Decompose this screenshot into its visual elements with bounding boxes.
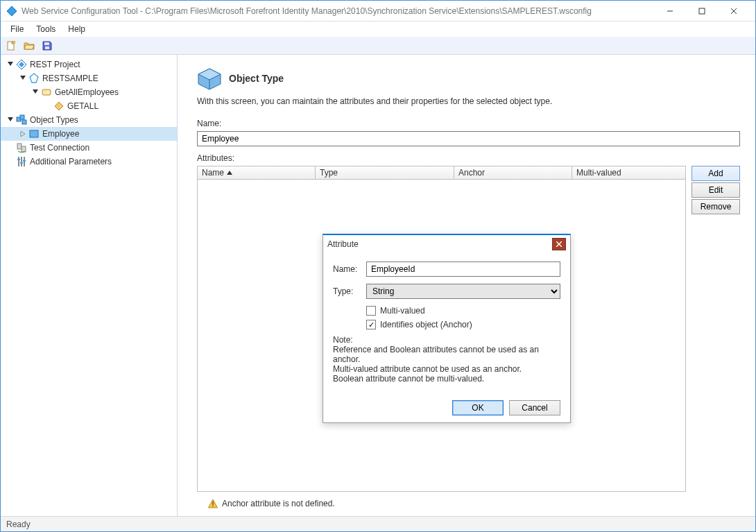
- svg-rect-21: [22, 120, 26, 124]
- resource-icon: [41, 87, 52, 98]
- grid-header: Name Type Anchor Multi-valued: [197, 166, 686, 180]
- tree-label: RESTSAMPLE: [42, 74, 98, 83]
- svg-point-7: [12, 41, 15, 44]
- attributes-label: Attributes:: [197, 153, 740, 163]
- grid-side-buttons: Add Edit Remove: [691, 166, 740, 492]
- status-bar: Ready: [1, 516, 755, 531]
- main-area: REST Project RESTSAMPLE: [1, 55, 755, 516]
- tree-node-test-connection[interactable]: Test Connection: [1, 141, 177, 155]
- tree-label: GETALL: [67, 101, 98, 111]
- tree-label: REST Project: [30, 60, 80, 69]
- name-label: Name:: [197, 119, 740, 128]
- window-minimize-button[interactable]: [654, 1, 686, 22]
- page-title: Object Type: [229, 73, 284, 84]
- warning-text: Anchor attribute is not defined.: [222, 499, 335, 508]
- menu-tools[interactable]: Tools: [31, 23, 61, 35]
- expander-icon[interactable]: [31, 88, 40, 96]
- svg-rect-26: [18, 157, 19, 166]
- svg-marker-18: [8, 117, 13, 121]
- cancel-button[interactable]: Cancel: [509, 400, 560, 415]
- save-icon[interactable]: [40, 38, 55, 53]
- ok-button[interactable]: OK: [452, 400, 504, 415]
- object-type-icon: [28, 128, 40, 139]
- add-button[interactable]: Add: [691, 166, 740, 181]
- column-header-anchor[interactable]: Anchor: [454, 166, 572, 179]
- page-description: With this screen, you can maintain the a…: [197, 96, 740, 106]
- content-panel: Object Type With this screen, you can ma…: [178, 55, 755, 516]
- tree-node-restsample[interactable]: RESTSAMPLE: [1, 71, 177, 85]
- svg-rect-38: [212, 501, 213, 505]
- toolbar: [1, 37, 755, 55]
- svg-marker-14: [30, 74, 38, 83]
- new-file-icon[interactable]: [3, 38, 19, 53]
- parameters-icon: [16, 156, 27, 167]
- warning-bar: Anchor attribute is not defined.: [197, 492, 740, 508]
- svg-rect-27: [21, 157, 22, 166]
- window-title: Web Service Configuration Tool - C:\Prog…: [22, 6, 654, 16]
- open-folder-icon[interactable]: [22, 38, 37, 53]
- tree-label: GetAllEmployees: [55, 87, 119, 97]
- expander-icon[interactable]: [6, 116, 15, 124]
- attribute-name-input[interactable]: [366, 261, 560, 277]
- tree-node-getall[interactable]: GETALL: [1, 99, 177, 113]
- expander-icon[interactable]: [6, 60, 15, 69]
- test-connection-icon: [16, 142, 27, 153]
- menu-help[interactable]: Help: [62, 23, 91, 35]
- svg-rect-39: [212, 506, 213, 506]
- dialog-close-button[interactable]: [552, 238, 566, 250]
- dialog-header[interactable]: Attribute: [323, 235, 570, 253]
- tree-node-rest-project[interactable]: REST Project: [1, 58, 177, 71]
- warning-icon: [208, 499, 218, 508]
- tree-panel: REST Project RESTSAMPLE: [1, 55, 178, 516]
- tree-node-object-types[interactable]: Object Types: [1, 113, 177, 127]
- svg-marker-22: [21, 131, 25, 137]
- tree-node-getallemployees[interactable]: GetAllEmployees: [1, 85, 177, 99]
- window-maximize-button[interactable]: [686, 1, 718, 22]
- attribute-dialog: Attribute Name: Type:: [323, 234, 571, 423]
- tree-label: Test Connection: [30, 143, 89, 153]
- expander-icon[interactable]: [19, 130, 27, 138]
- svg-marker-10: [8, 62, 13, 66]
- svg-rect-31: [23, 160, 26, 162]
- multi-valued-label: Multi-valued: [380, 306, 425, 316]
- multi-valued-checkbox[interactable]: [366, 306, 376, 316]
- svg-rect-30: [20, 162, 23, 164]
- edit-button[interactable]: Edit: [691, 182, 740, 198]
- attribute-type-select[interactable]: String: [366, 284, 560, 299]
- grid-body[interactable]: Attribute Name: Type:: [197, 180, 686, 492]
- attributes-grid: Name Type Anchor Multi-valued Attribute: [197, 166, 686, 492]
- svg-marker-15: [33, 89, 38, 94]
- dialog-title: Attribute: [327, 239, 552, 249]
- dialog-name-label: Name:: [333, 264, 366, 274]
- tree-label: Additional Parameters: [30, 157, 112, 166]
- tree-label: Object Types: [30, 115, 78, 125]
- window-close-button[interactable]: [718, 1, 750, 22]
- tree-label: Employee: [42, 129, 79, 139]
- svg-rect-25: [22, 146, 26, 152]
- dialog-note: Note: Reference and Boolean attributes c…: [333, 335, 560, 384]
- svg-rect-29: [17, 159, 20, 160]
- tree-node-additional-parameters[interactable]: Additional Parameters: [1, 155, 177, 169]
- svg-rect-16: [42, 89, 51, 95]
- tree-node-employee[interactable]: Employee: [1, 127, 177, 141]
- anchor-checkbox[interactable]: [366, 320, 376, 329]
- expander-icon[interactable]: [19, 74, 27, 83]
- menu-bar: File Tools Help: [1, 22, 755, 37]
- dialog-type-label: Type:: [333, 286, 366, 296]
- column-header-type[interactable]: Type: [316, 166, 454, 179]
- remove-button[interactable]: Remove: [691, 199, 740, 214]
- title-bar: Web Service Configuration Tool - C:\Prog…: [1, 1, 755, 22]
- menu-file[interactable]: File: [5, 23, 29, 35]
- svg-marker-0: [7, 6, 17, 16]
- object-type-header-icon: [197, 66, 222, 91]
- column-header-name[interactable]: Name: [198, 166, 316, 179]
- app-icon: [6, 6, 17, 17]
- object-name-input[interactable]: [197, 131, 740, 146]
- project-icon: [16, 59, 27, 70]
- svg-rect-9: [45, 46, 49, 49]
- request-icon: [53, 101, 65, 112]
- svg-marker-13: [20, 76, 26, 80]
- svg-rect-2: [699, 8, 705, 14]
- column-header-multivalued[interactable]: Multi-valued: [572, 166, 685, 179]
- anchor-label: Identifies object (Anchor): [380, 320, 472, 329]
